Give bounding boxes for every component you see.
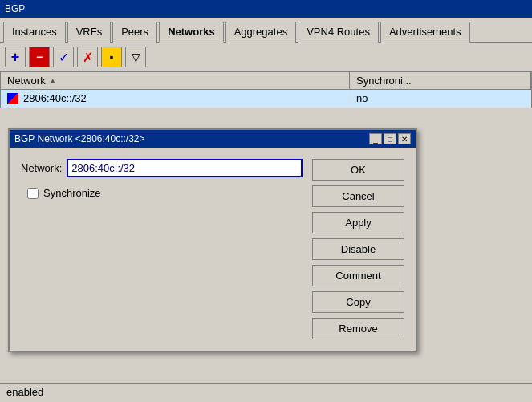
comment-button[interactable]: Comment: [312, 265, 404, 286]
tab-instances[interactable]: Instances: [3, 22, 66, 43]
tab-vrfs[interactable]: VRFs: [67, 22, 112, 43]
synchronize-row: Synchronize: [27, 187, 303, 199]
dialog-right: OK Cancel Apply Disable Comment Copy Rem…: [312, 159, 404, 339]
table-header: Network ▲ Synchroni...: [1, 72, 531, 90]
tab-vpn4routes[interactable]: VPN4 Routes: [298, 22, 379, 43]
network-input[interactable]: [67, 159, 303, 177]
dialog-maximize-button[interactable]: □: [384, 133, 396, 144]
dialog-title-buttons: _ □ ✕: [369, 133, 411, 144]
tab-bar: Instances VRFs Peers Networks Aggregates…: [0, 18, 532, 43]
toolbar: + − ✓ ✗ ▪ ▽: [0, 43, 532, 71]
dialog-content: Network: Synchronize OK Cancel Apply Dis…: [10, 148, 416, 351]
status-text: enabled: [6, 386, 43, 398]
cancel-button[interactable]: Cancel: [312, 185, 404, 207]
tab-peers[interactable]: Peers: [112, 22, 157, 43]
synchronize-checkbox[interactable]: [27, 188, 39, 199]
cell-synchronize: no: [350, 90, 531, 107]
tab-networks[interactable]: Networks: [159, 22, 224, 43]
warning-button[interactable]: ▪: [101, 47, 122, 67]
dialog: BGP Network <2806:40c::/32> _ □ ✕ Networ…: [8, 128, 417, 352]
check-button[interactable]: ✓: [53, 47, 74, 67]
remove-button-dialog[interactable]: Remove: [312, 318, 404, 339]
tab-advertisements[interactable]: Advertisements: [380, 22, 470, 43]
table-container: Network ▲ Synchroni... 2806:40c::/32 no: [0, 71, 532, 108]
network-field-row: Network:: [21, 159, 303, 177]
network-value: 2806:40c::/32: [23, 92, 87, 104]
add-button[interactable]: +: [5, 47, 26, 67]
remove-button[interactable]: −: [29, 47, 50, 67]
dialog-title-bar: BGP Network <2806:40c::/32> _ □ ✕: [10, 130, 416, 148]
title-text: BGP: [5, 3, 25, 14]
apply-button[interactable]: Apply: [312, 212, 404, 233]
dialog-title-text: BGP Network <2806:40c::/32>: [14, 133, 145, 144]
ok-button[interactable]: OK: [312, 159, 404, 181]
cell-network: 2806:40c::/32: [1, 90, 350, 107]
network-icon: [7, 93, 18, 104]
tab-aggregates[interactable]: Aggregates: [225, 22, 297, 43]
status-bar: enabled: [0, 383, 532, 402]
network-label: Network:: [21, 162, 62, 174]
dialog-left: Network: Synchronize: [21, 159, 303, 339]
cross-button[interactable]: ✗: [77, 47, 98, 67]
sort-arrow-icon: ▲: [49, 76, 57, 85]
table-row[interactable]: 2806:40c::/32 no: [1, 90, 531, 108]
disable-button[interactable]: Disable: [312, 238, 404, 260]
header-synchronize: Synchroni...: [350, 72, 531, 89]
filter-button[interactable]: ▽: [125, 47, 146, 67]
dialog-minimize-button[interactable]: _: [369, 133, 382, 144]
synchronize-label: Synchronize: [43, 187, 101, 199]
header-network: Network ▲: [1, 72, 350, 89]
title-bar: BGP: [0, 0, 532, 18]
dialog-close-button[interactable]: ✕: [398, 133, 411, 144]
copy-button[interactable]: Copy: [312, 291, 404, 313]
